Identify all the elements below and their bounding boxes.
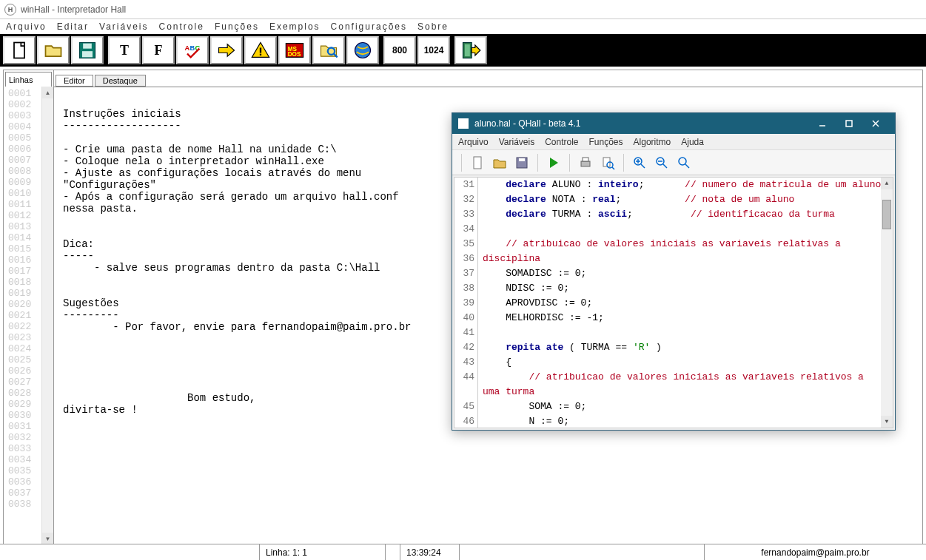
internet-button[interactable] (346, 36, 379, 64)
t-button[interactable]: T (108, 36, 141, 64)
menubar: Arquivo Editar Variáveis Controle Funçõe… (0, 19, 926, 34)
abc-check-button[interactable]: ABC (176, 36, 209, 64)
qhall-scrollbar[interactable]: ▲ ▼ (881, 178, 893, 428)
svg-rect-2 (83, 44, 92, 49)
new-file-button[interactable] (3, 36, 36, 64)
qhall-app-icon (458, 118, 469, 129)
menu-controle[interactable]: Controle (159, 21, 204, 32)
svg-rect-25 (583, 158, 588, 161)
scroll-thumb[interactable] (882, 200, 891, 229)
line-numbers-scrollbar[interactable]: ▲ ▼ (41, 87, 53, 544)
qhall-menu-controle[interactable]: Controle (545, 137, 578, 147)
line-number-panel: Linhas 0001 0002 0003 0004 0005 0006 000… (4, 70, 54, 544)
app-icon: H (4, 4, 16, 16)
msdos-button[interactable]: MSDOS (278, 36, 311, 64)
qhall-print-button[interactable] (576, 153, 595, 172)
svg-rect-0 (14, 43, 24, 58)
status-spacer (459, 544, 704, 560)
qhall-open-button[interactable] (490, 153, 509, 172)
menu-editar[interactable]: Editar (57, 21, 89, 32)
find-folder-button[interactable] (312, 36, 345, 64)
qhall-save-button[interactable] (512, 153, 531, 172)
editor-tabs: Editor Destaque (54, 72, 922, 87)
svg-line-37 (685, 164, 689, 168)
qhall-minimize-button[interactable] (809, 115, 836, 132)
warning-button[interactable] (244, 36, 277, 64)
qhall-menu-variaveis[interactable]: Variáveis (499, 137, 534, 147)
tab-editor[interactable]: Editor (56, 75, 93, 87)
window-title: winHall - Interpretador Hall (21, 4, 126, 15)
qhall-gutter: 31 32 33 34 35 36 37 38 39 40 41 42 43 4… (454, 178, 478, 428)
statusbar: Linha: 1: 1 13:39:24 fernandopaim@paim.p… (0, 544, 926, 560)
qhall-toolbar (452, 150, 895, 175)
qhall-title-text: aluno.hal - QHall - beta 4.1 (474, 118, 580, 129)
tab-destaque[interactable]: Destaque (95, 75, 146, 87)
svg-point-14 (355, 43, 371, 58)
scroll-up-icon[interactable]: ▲ (881, 178, 893, 189)
svg-line-34 (663, 164, 667, 168)
toolbar: T F ABC MSDOS 800 1024 (0, 34, 926, 67)
scroll-up-icon[interactable]: ▲ (42, 87, 53, 98)
svg-rect-8 (260, 54, 261, 55)
qhall-menu-ajuda[interactable]: Ajuda (681, 137, 704, 147)
svg-rect-3 (82, 51, 93, 57)
menu-funcoes[interactable]: Funções (215, 21, 259, 32)
svg-line-30 (641, 164, 645, 168)
menu-exemplos[interactable]: Exemplos (269, 21, 321, 32)
status-cell-1 (0, 544, 259, 560)
qhall-close-button[interactable] (862, 115, 889, 132)
menu-sobre[interactable]: Sobre (417, 21, 449, 32)
menu-variaveis[interactable]: Variáveis (99, 21, 148, 32)
line-numbers: 0001 0002 0003 0004 0005 0006 0007 0008 … (4, 87, 41, 544)
res-800-button[interactable]: 800 (383, 36, 416, 64)
status-line-position: Linha: 1: 1 (259, 544, 385, 560)
svg-rect-7 (260, 48, 261, 53)
status-cell-gap (385, 544, 400, 560)
qhall-preview-button[interactable] (598, 153, 617, 172)
svg-line-28 (612, 167, 614, 169)
save-button[interactable] (71, 36, 104, 64)
svg-rect-18 (846, 121, 852, 126)
tab-linhas[interactable]: Linhas (5, 72, 52, 87)
qhall-zoomin-button[interactable] (630, 153, 649, 172)
svg-text:B: B (190, 44, 195, 52)
qhall-code[interactable]: declare ALUNO : inteiro; // numero de ma… (478, 178, 881, 428)
svg-point-36 (679, 158, 686, 165)
qhall-menu-arquivo[interactable]: Arquivo (458, 137, 489, 147)
qhall-maximize-button[interactable] (836, 115, 862, 132)
svg-rect-23 (519, 158, 525, 161)
qhall-menubar: Arquivo Variáveis Controle Funções Algor… (452, 134, 895, 150)
svg-rect-21 (474, 157, 481, 169)
status-email: fernandopaim@paim.pro.br (704, 544, 926, 560)
qhall-new-button[interactable] (468, 153, 487, 172)
status-time: 13:39:24 (400, 544, 459, 560)
svg-rect-16 (465, 44, 470, 56)
f-button[interactable]: F (142, 36, 175, 64)
qhall-zoomout-button[interactable] (652, 153, 671, 172)
run-arrow-button[interactable] (210, 36, 243, 64)
open-file-button[interactable] (37, 36, 70, 64)
exit-button[interactable] (454, 36, 487, 64)
qhall-window[interactable]: aluno.hal - QHall - beta 4.1 Arquivo Var… (452, 112, 896, 431)
menu-arquivo[interactable]: Arquivo (6, 21, 47, 32)
svg-rect-24 (581, 161, 590, 166)
qhall-menu-funcoes[interactable]: Funções (589, 137, 623, 147)
scroll-down-icon[interactable]: ▼ (881, 416, 893, 428)
scroll-down-icon[interactable]: ▼ (42, 533, 53, 544)
qhall-titlebar[interactable]: aluno.hal - QHall - beta 4.1 (452, 113, 895, 134)
res-1024-button[interactable]: 1024 (417, 36, 450, 64)
svg-text:A: A (185, 44, 190, 52)
titlebar: H winHall - Interpretador Hall (0, 0, 926, 19)
svg-text:DOS: DOS (288, 51, 301, 58)
qhall-code-area[interactable]: 31 32 33 34 35 36 37 38 39 40 41 42 43 4… (454, 177, 893, 428)
qhall-menu-algoritmo[interactable]: Algoritmo (634, 137, 671, 147)
menu-configuracoes[interactable]: Configurações (331, 21, 407, 32)
qhall-zoom-button[interactable] (674, 153, 694, 172)
qhall-run-button[interactable] (544, 153, 563, 172)
